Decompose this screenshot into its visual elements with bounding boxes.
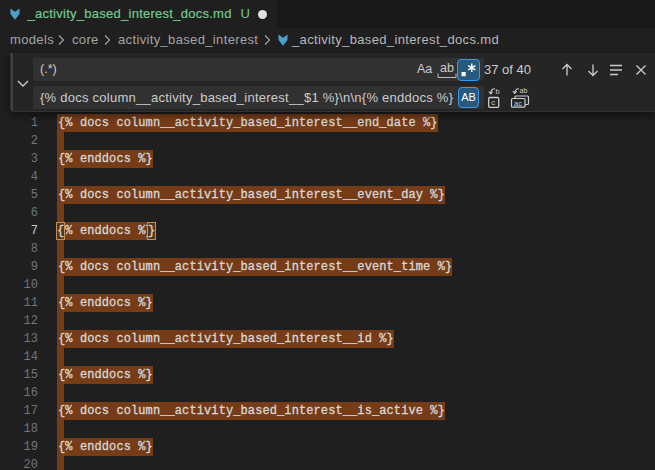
svg-text:c: c [491,98,495,107]
svg-text:b: b [496,87,500,96]
svg-text:ac: ac [514,99,522,108]
svg-text:ab: ab [520,87,528,94]
